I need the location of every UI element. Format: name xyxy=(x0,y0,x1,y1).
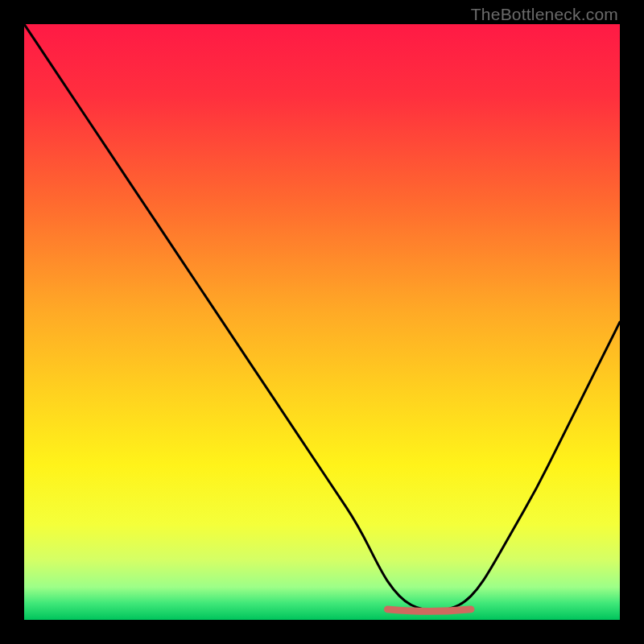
plot-area xyxy=(24,24,620,620)
optimal-notch xyxy=(387,609,471,612)
watermark-text: TheBottleneck.com xyxy=(471,5,618,24)
chart-frame: TheBottleneck.com xyxy=(0,0,644,644)
bottleneck-curve xyxy=(24,24,620,620)
